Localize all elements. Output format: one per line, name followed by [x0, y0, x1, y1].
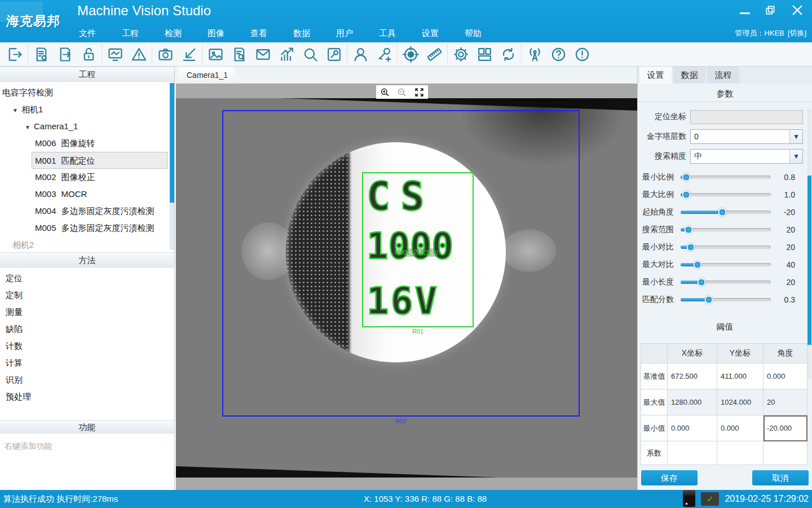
- camera-icon[interactable]: [153, 43, 177, 65]
- slider-thumb[interactable]: [694, 260, 702, 269]
- table-cell[interactable]: 0.000: [668, 415, 717, 441]
- slider-thumb[interactable]: [718, 208, 726, 216]
- menu-tools[interactable]: 工具: [379, 28, 396, 39]
- table-cell[interactable]: 1280.000: [668, 389, 717, 415]
- start-angle-slider[interactable]: [681, 211, 771, 214]
- method-item-count[interactable]: 计数: [0, 338, 174, 354]
- table-cell[interactable]: 672.500: [668, 364, 717, 389]
- min-length-slider[interactable]: [681, 281, 771, 284]
- table-cell[interactable]: [668, 441, 717, 465]
- menu-data[interactable]: 数据: [293, 28, 310, 39]
- broadcast-icon[interactable]: [523, 43, 546, 65]
- save-button[interactable]: 保存: [641, 470, 698, 485]
- table-cell[interactable]: [764, 441, 807, 465]
- table-cell[interactable]: [717, 441, 764, 465]
- table-cell[interactable]: 20: [764, 389, 807, 415]
- chevron-down-icon[interactable]: ▼: [25, 119, 34, 136]
- method-item-recognize[interactable]: 识别: [0, 371, 174, 388]
- tab-camera1-1[interactable]: Camera1_1: [178, 67, 241, 84]
- import-icon[interactable]: [177, 43, 201, 65]
- menu-view[interactable]: 查看: [250, 28, 267, 39]
- document-search-icon[interactable]: [227, 43, 251, 65]
- layout-icon[interactable]: [473, 43, 496, 65]
- tree-item-camera2[interactable]: 相机2: [0, 237, 174, 252]
- method-item-calc[interactable]: 计算: [0, 354, 174, 371]
- mail-icon[interactable]: [251, 43, 275, 65]
- alert-icon[interactable]: [570, 43, 594, 65]
- search-range-slider[interactable]: [681, 228, 771, 231]
- tree-item-root[interactable]: 电容字符检测: [0, 84, 174, 101]
- target-icon[interactable]: [399, 43, 422, 65]
- wrench-panel-icon[interactable]: [322, 43, 346, 65]
- method-item-measure[interactable]: 测量: [0, 304, 174, 321]
- user-icon[interactable]: [348, 43, 372, 65]
- precision-dropdown[interactable]: 中▼: [690, 149, 803, 164]
- slider-thumb[interactable]: [697, 278, 705, 286]
- slider-thumb[interactable]: [682, 173, 690, 181]
- menu-user[interactable]: 用户: [336, 28, 353, 39]
- table-cell[interactable]: 1024.000: [717, 389, 764, 415]
- menu-inspect[interactable]: 检测: [165, 28, 182, 39]
- zoom-out-icon[interactable]: [396, 87, 407, 98]
- tree-item-camera1-group[interactable]: ▼相机1: [0, 101, 174, 118]
- chevron-down-icon[interactable]: ▼: [12, 102, 21, 119]
- tab-settings[interactable]: 设置: [639, 67, 672, 84]
- minimize-button[interactable]: [740, 12, 750, 14]
- max-contrast-slider[interactable]: [681, 263, 771, 266]
- max-scale-slider[interactable]: [681, 193, 771, 196]
- table-cell[interactable]: 411.000: [717, 364, 764, 389]
- menu-project[interactable]: 工程: [122, 28, 139, 39]
- help-icon[interactable]: [546, 43, 570, 65]
- image-icon[interactable]: [204, 43, 227, 65]
- tree-item-m003[interactable]: M003MOCR: [0, 186, 174, 203]
- tree-scrollbar[interactable]: [170, 83, 174, 250]
- document-settings-icon[interactable]: [29, 43, 53, 65]
- menu-settings[interactable]: 设置: [422, 28, 439, 39]
- min-contrast-slider[interactable]: [681, 246, 771, 249]
- tree-item-m002[interactable]: M002图像校正: [0, 169, 174, 186]
- tab-flow[interactable]: 流程: [707, 67, 739, 84]
- sync-icon[interactable]: [496, 43, 520, 65]
- params-scrollbar-thumb[interactable]: [807, 176, 811, 345]
- gear-icon[interactable]: [449, 43, 473, 65]
- min-scale-slider[interactable]: [681, 176, 771, 179]
- restore-button[interactable]: [765, 5, 776, 16]
- match-score-slider[interactable]: [681, 298, 771, 301]
- ruler-icon[interactable]: [422, 43, 446, 65]
- menu-help[interactable]: 帮助: [465, 28, 482, 39]
- table-cell[interactable]: 0.000: [764, 364, 807, 389]
- method-item-preprocess[interactable]: 预处理: [0, 388, 174, 405]
- image-viewer[interactable]: R02 R01 CS 1000 16V M001_匹配定位: [176, 84, 637, 490]
- zoom-in-icon[interactable]: [379, 87, 390, 98]
- monitor-icon[interactable]: [103, 43, 127, 65]
- slider-thumb[interactable]: [686, 243, 695, 251]
- tree-item-m001-selected[interactable]: M001匹配定位: [32, 152, 167, 169]
- method-item-locate[interactable]: 定位: [0, 270, 174, 287]
- params-scrollbar[interactable]: [807, 109, 811, 379]
- tree-item-m005[interactable]: M005多边形固定灰度污渍检测: [0, 220, 174, 237]
- menu-file[interactable]: 文件: [79, 28, 96, 39]
- chevron-down-icon[interactable]: ▼: [789, 150, 802, 163]
- tab-data[interactable]: 数据: [673, 67, 705, 84]
- tree-scrollbar-thumb[interactable]: [170, 83, 174, 203]
- warning-triangle-icon[interactable]: [127, 43, 151, 65]
- cancel-button[interactable]: 取消: [752, 470, 809, 485]
- slider-thumb[interactable]: [685, 225, 693, 234]
- search-icon[interactable]: [298, 43, 322, 65]
- document-export-icon[interactable]: [53, 43, 77, 65]
- tree-item-m004[interactable]: M004多边形固定灰度污渍检测: [0, 203, 174, 220]
- slider-thumb[interactable]: [682, 190, 690, 199]
- method-item-custom[interactable]: 定制: [0, 287, 174, 304]
- table-cell-selected[interactable]: -20.000: [764, 415, 807, 441]
- method-item-defect[interactable]: 缺陷: [0, 321, 174, 338]
- lock-icon[interactable]: [77, 43, 100, 65]
- chevron-down-icon[interactable]: ▼: [789, 130, 802, 143]
- camera-image[interactable]: R02 R01 CS 1000 16V M001_匹配定位: [176, 98, 637, 478]
- key-add-icon[interactable]: [372, 43, 396, 65]
- tree-item-camera1-1[interactable]: ▼Camera1_1: [0, 118, 174, 135]
- chart-up-icon[interactable]: [275, 43, 298, 65]
- pyramid-dropdown[interactable]: 0▼: [690, 129, 803, 144]
- slider-thumb[interactable]: [704, 295, 713, 304]
- menu-image[interactable]: 图像: [208, 28, 224, 39]
- logout-icon[interactable]: [3, 43, 27, 65]
